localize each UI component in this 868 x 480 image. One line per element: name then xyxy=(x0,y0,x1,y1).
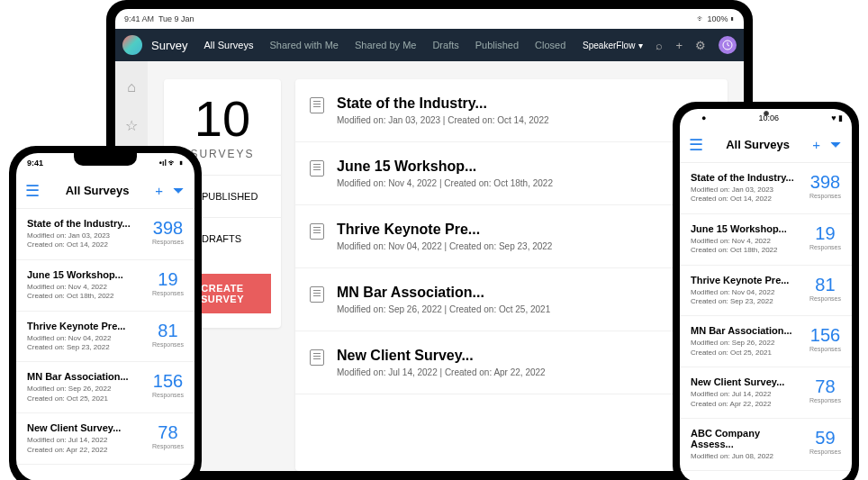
camera-hole xyxy=(764,111,769,116)
tablet-indicators: ᯤ 100% ▮ xyxy=(697,14,735,23)
android-list[interactable]: State of the Industry...Modified on: Jan… xyxy=(680,163,852,480)
survey-meta: Modified on: Jan 03, 2023 | Created on: … xyxy=(337,115,713,125)
add-icon[interactable]: + xyxy=(812,137,820,152)
survey-row[interactable]: State of the Industry...Modified on: Jan… xyxy=(680,163,852,214)
nav-shared-with-me[interactable]: Shared with Me xyxy=(270,40,339,50)
search-icon[interactable]: ⌕ xyxy=(656,39,663,52)
survey-row[interactable]: MN Bar Association...Modified on: Sep 26… xyxy=(295,268,728,331)
responses-label: Responses xyxy=(809,397,841,403)
survey-list: State of the Industry...Modified on: Jan… xyxy=(295,79,728,471)
survey-title: MN Bar Association... xyxy=(337,285,713,301)
android-screen: ● 10:06 ♥ ▮ ☰ All Surveys +⏷ State of th… xyxy=(680,109,852,480)
response-count: 19 xyxy=(809,223,841,244)
survey-title: June 15 Workshop... xyxy=(337,158,713,175)
nav-shared-by-me[interactable]: Shared by Me xyxy=(355,40,416,50)
responses-label: Responses xyxy=(152,290,184,296)
survey-meta: Modified on: Sep 26, 2022 | Created on: … xyxy=(337,304,713,314)
tablet-nav: All Surveys Shared with Me Shared by Me … xyxy=(203,40,565,50)
android-indicators: ♥ ▮ xyxy=(831,113,843,122)
nav-closed[interactable]: Closed xyxy=(535,40,565,50)
response-count: 81 xyxy=(809,275,841,295)
app-logo-icon[interactable] xyxy=(122,35,142,55)
survey-meta: Modified on: Sep 26, 2022Created on: Oct… xyxy=(691,339,802,358)
survey-title: Thrive Keynote Pre... xyxy=(691,275,802,285)
add-icon[interactable]: + xyxy=(675,39,683,52)
menu-icon[interactable]: ☰ xyxy=(689,135,703,155)
survey-meta: Modified on: Nov 04, 2022Created on: Sep… xyxy=(27,334,145,353)
iphone-time: 9:41 xyxy=(27,158,43,168)
doc-icon xyxy=(310,286,324,303)
survey-row[interactable]: New Client Survey...Modified on: Jul 14,… xyxy=(680,367,852,419)
survey-title: MN Bar Association... xyxy=(27,371,145,382)
responses-label: Responses xyxy=(152,239,184,245)
android-time: 10:06 xyxy=(759,113,780,122)
survey-title: June 15 Workshop... xyxy=(691,223,802,234)
survey-row[interactable]: MN Bar Association...Modified on: Sep 26… xyxy=(680,316,852,367)
response-count: 398 xyxy=(809,172,841,193)
page-title: All Surveys xyxy=(726,138,790,151)
survey-meta: Modified on: Jan 03, 2023Created on: Oct… xyxy=(691,186,802,204)
star-icon[interactable]: ☆ xyxy=(125,117,138,134)
total-surveys-count: 10 xyxy=(194,94,250,144)
survey-title: State of the Industry... xyxy=(691,172,802,183)
survey-row[interactable]: New Client Survey...Modified on: Jul 14,… xyxy=(295,331,728,394)
survey-row[interactable]: Thrive Keynote Pre...Modified on: Nov 04… xyxy=(680,266,852,317)
page-title: All Surveys xyxy=(66,184,130,197)
iphone-indicators: •ıl ᯤ ▮ xyxy=(159,158,184,168)
responses-label: Responses xyxy=(809,193,841,199)
survey-meta: Modified on: Sep 26, 2022Created on: Oct… xyxy=(27,385,145,403)
nav-all-surveys[interactable]: All Surveys xyxy=(203,40,253,50)
tablet-date: Tue 9 Jan xyxy=(158,14,194,23)
tablet-screen: 9:41 AM Tue 9 Jan ᯤ 100% ▮ Survey All Su… xyxy=(115,9,744,471)
responses-label: Responses xyxy=(809,295,841,302)
doc-icon xyxy=(310,223,324,240)
add-icon[interactable]: + xyxy=(155,183,163,198)
responses-label: Responses xyxy=(152,341,184,348)
org-switcher[interactable]: SpeakerFlow ▾ xyxy=(583,41,643,50)
survey-meta: Modified on: Nov 04, 2022Created on: Sep… xyxy=(691,288,802,307)
survey-meta: Modified on: Jan 03, 2023Created on: Oct… xyxy=(27,231,145,250)
survey-heading: Survey xyxy=(151,39,187,52)
survey-meta: Modified on: Jun 08, 2022 xyxy=(691,452,802,461)
surveys-label: SURVEYS xyxy=(190,148,254,160)
response-count: 398 xyxy=(152,218,184,239)
home-icon[interactable]: ⌂ xyxy=(127,79,136,95)
menu-icon[interactable]: ☰ xyxy=(25,181,40,201)
responses-label: Responses xyxy=(809,244,841,250)
gear-icon[interactable]: ⚙ xyxy=(695,39,706,52)
response-count: 156 xyxy=(809,325,841,346)
iphone-screen: 9:41 •ıl ᯤ ▮ ☰ All Surveys +⏷ State of t… xyxy=(16,153,194,480)
survey-title: MN Bar Association... xyxy=(691,325,802,336)
android-header: ☰ All Surveys +⏷ xyxy=(680,127,852,163)
survey-title: New Client Survey... xyxy=(691,376,802,387)
survey-row[interactable]: June 15 Workshop...Modified on: Nov 4, 2… xyxy=(16,260,194,312)
response-count: 156 xyxy=(152,371,184,392)
survey-title: New Client Survey... xyxy=(337,348,713,364)
survey-row[interactable]: June 15 Workshop...Modified on: Nov 4, 2… xyxy=(680,214,852,266)
iphone-header: ☰ All Surveys +⏷ xyxy=(16,173,194,209)
filter-icon[interactable]: ⏷ xyxy=(172,183,185,198)
survey-row[interactable]: New Client Survey...Modified on: Jul 14,… xyxy=(16,413,194,465)
avatar[interactable] xyxy=(719,36,737,54)
responses-label: Responses xyxy=(152,443,184,449)
survey-row[interactable]: Thrive Keynote Pre...Modified on: Nov 04… xyxy=(16,312,194,363)
survey-meta: Modified on: Nov 4, 2022Created on: Oct … xyxy=(27,283,145,302)
iphone-statusbar: 9:41 •ıl ᯤ ▮ xyxy=(16,153,194,173)
survey-row[interactable]: June 15 Workshop...Modified on: Nov 4, 2… xyxy=(295,142,728,205)
response-count: 78 xyxy=(152,422,184,443)
survey-row[interactable]: State of the Industry...Modified on: Jan… xyxy=(295,79,728,142)
responses-label: Responses xyxy=(809,346,841,352)
nav-published[interactable]: Published xyxy=(475,40,519,50)
survey-row[interactable]: Thrive Keynote Pre...Modified on: Nov 04… xyxy=(295,205,728,268)
nav-drafts[interactable]: Drafts xyxy=(432,40,458,50)
survey-meta: Modified on: Nov 4, 2022 | Created on: O… xyxy=(337,178,713,188)
survey-row[interactable]: State of the Industry...Modified on: Jan… xyxy=(16,209,194,260)
survey-row[interactable]: ABC Company Assess...Modified on: Jun 08… xyxy=(680,419,852,471)
android-device: ● 10:06 ♥ ▮ ☰ All Surveys +⏷ State of th… xyxy=(673,102,859,480)
filter-icon[interactable]: ⏷ xyxy=(829,137,843,152)
iphone-list[interactable]: State of the Industry...Modified on: Jan… xyxy=(16,209,194,480)
survey-title: State of the Industry... xyxy=(27,218,145,229)
survey-row[interactable]: MN Bar Association...Modified on: Sep 26… xyxy=(16,362,194,413)
survey-title: June 15 Workshop... xyxy=(27,269,145,280)
survey-meta: Modified on: Jul 14, 2022 | Created on: … xyxy=(337,367,713,377)
